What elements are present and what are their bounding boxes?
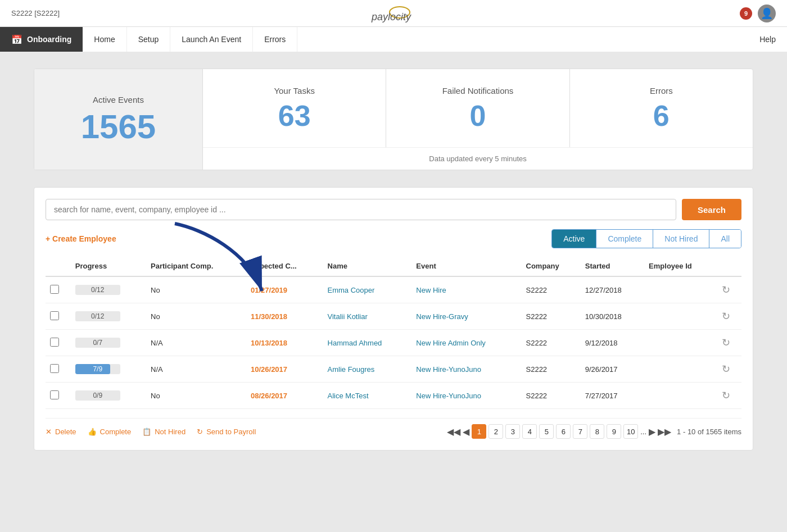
complete-label: Complete	[100, 428, 132, 436]
page-2[interactable]: 2	[489, 424, 503, 439]
row-checkbox-cell-1	[46, 303, 71, 330]
row-started-2: 9/12/2018	[581, 330, 644, 356]
page-8[interactable]: 8	[590, 424, 604, 439]
bottom-row: ✕ Delete 👍 Complete 📋 Not Hired ↻ Send t…	[46, 418, 741, 439]
row-expected-4: 08/26/2017	[246, 383, 323, 409]
main-content: Active Events 1565 Your Tasks 63 Failed …	[0, 52, 787, 467]
refresh-icon-1[interactable]: ↻	[722, 311, 730, 322]
avatar[interactable]: 👤	[758, 4, 776, 22]
items-info: 1 - 10 of 1565 items	[677, 428, 741, 436]
col-expected: Expected C...	[246, 256, 323, 276]
search-button[interactable]: Search	[682, 199, 741, 220]
col-company: Company	[522, 256, 581, 276]
row-checkbox-3[interactable]	[50, 364, 59, 373]
page-first-btn[interactable]: ◀◀	[447, 426, 460, 437]
name-link-3[interactable]: Amlie Fougres	[328, 365, 375, 374]
progress-bar-wrap-3: 7/9	[75, 364, 120, 374]
col-started: Started	[581, 256, 644, 276]
delete-button[interactable]: ✕ Delete	[46, 428, 76, 436]
complete-button[interactable]: 👍 Complete	[88, 428, 132, 436]
row-checkbox-4[interactable]	[50, 390, 59, 399]
page-3[interactable]: 3	[505, 424, 520, 439]
page-next-btn[interactable]: ▶	[649, 426, 655, 437]
row-checkbox-cell-3	[46, 356, 71, 383]
send-to-payroll-button[interactable]: ↻ Send to Payroll	[197, 428, 256, 436]
page-5[interactable]: 5	[539, 424, 554, 439]
search-input[interactable]	[46, 199, 676, 220]
row-checkbox-cell-0	[46, 276, 71, 303]
progress-bar-wrap-2: 0/7	[75, 338, 120, 348]
event-link-3[interactable]: New Hire-YunoJuno	[416, 365, 481, 374]
name-link-0[interactable]: Emma Cooper	[328, 286, 375, 294]
nav-help[interactable]: Help	[748, 27, 787, 52]
stats-card: Active Events 1565 Your Tasks 63 Failed …	[34, 69, 753, 170]
event-link-2[interactable]: New Hire Admin Only	[416, 339, 486, 347]
not-hired-button[interactable]: 📋 Not Hired	[142, 428, 186, 436]
nav-home[interactable]: Home	[83, 27, 126, 52]
page-9[interactable]: 9	[607, 424, 621, 439]
row-expected-2: 10/13/2018	[246, 330, 323, 356]
nav-links: Home Setup Launch An Event Errors Help	[83, 27, 787, 52]
refresh-icon-0[interactable]: ↻	[722, 284, 730, 295]
name-link-4[interactable]: Alice McTest	[328, 392, 369, 400]
filter-tab-not-hired[interactable]: Not Hired	[653, 230, 709, 248]
row-name-3: Amlie Fougres	[323, 356, 412, 383]
name-link-1[interactable]: Vitalii Kotliar	[328, 312, 368, 321]
actions-row: + Create Employee Active Complete Not Hi…	[46, 229, 741, 248]
not-hired-label: Not Hired	[155, 428, 186, 436]
your-tasks-label: Your Tasks	[274, 86, 315, 96]
notification-badge[interactable]: 9	[740, 7, 752, 20]
refresh-icon-4[interactable]: ↻	[722, 390, 730, 401]
page-1[interactable]: 1	[472, 424, 486, 439]
name-link-2[interactable]: Hammad Ahmed	[328, 339, 382, 347]
row-checkbox-0[interactable]	[50, 285, 59, 294]
active-events-value: 1565	[81, 110, 156, 144]
row-company-4: S2222	[522, 383, 581, 409]
event-link-4[interactable]: New Hire-YunoJuno	[416, 392, 481, 400]
row-event-1: New Hire-Gravy	[411, 303, 521, 330]
row-company-0: S2222	[522, 276, 581, 303]
page-6[interactable]: 6	[556, 424, 571, 439]
pagination-section: ◀◀ ◀ 1 2 3 4 5 6 7 8 9 10 ... ▶ ▶▶ 1 - 1…	[447, 424, 741, 439]
col-checkbox	[46, 256, 71, 276]
page-prev-btn[interactable]: ◀	[463, 426, 469, 437]
row-refresh-4: ↻	[717, 383, 741, 409]
row-event-4: New Hire-YunoJuno	[411, 383, 521, 409]
nav-setup[interactable]: Setup	[127, 27, 171, 52]
filter-tab-active[interactable]: Active	[552, 230, 596, 248]
page-last-btn[interactable]: ▶▶	[658, 426, 671, 437]
table-row: 0/9 No 08/26/2017 Alice McTest New Hire-…	[46, 383, 741, 409]
page-ellipsis: ...	[640, 428, 646, 436]
nav-onboarding[interactable]: 📅 Onboarding	[0, 27, 83, 52]
page-10[interactable]: 10	[623, 424, 638, 439]
create-employee-button[interactable]: + Create Employee	[46, 234, 116, 243]
nav-errors[interactable]: Errors	[253, 27, 297, 52]
delete-icon: ✕	[46, 428, 52, 436]
filter-tab-all[interactable]: All	[709, 230, 741, 248]
filter-tab-complete[interactable]: Complete	[596, 230, 653, 248]
nav-launch[interactable]: Launch An Event	[170, 27, 253, 52]
event-link-0[interactable]: New Hire	[416, 286, 446, 294]
row-progress-cell-3: 7/9	[71, 356, 146, 383]
stats-main: Your Tasks 63 Failed Notifications 0 Err…	[203, 69, 753, 170]
progress-label-0: 0/12	[75, 285, 120, 295]
errors-value: 6	[653, 101, 670, 130]
page-7[interactable]: 7	[573, 424, 587, 439]
search-row: Search	[46, 199, 741, 220]
stat-active-events: Active Events 1565	[34, 69, 203, 170]
top-bar-right: 9 👤	[740, 4, 776, 22]
table-row: 7/9 N/A 10/26/2017 Amlie Fougres New Hir…	[46, 356, 741, 383]
row-checkbox-cell-4	[46, 383, 71, 409]
row-name-4: Alice McTest	[323, 383, 412, 409]
row-checkbox-2[interactable]	[50, 338, 59, 347]
row-checkbox-1[interactable]	[50, 311, 59, 320]
page-4[interactable]: 4	[522, 424, 537, 439]
col-action	[717, 256, 741, 276]
row-progress-cell-4: 0/9	[71, 383, 146, 409]
event-link-1[interactable]: New Hire-Gravy	[416, 312, 468, 321]
row-started-1: 10/30/2018	[581, 303, 644, 330]
refresh-icon-3[interactable]: ↻	[722, 363, 730, 375]
refresh-icon-2[interactable]: ↻	[722, 337, 730, 348]
progress-bar-wrap-4: 0/9	[75, 390, 120, 401]
nav-bar: 📅 Onboarding Home Setup Launch An Event …	[0, 27, 787, 52]
